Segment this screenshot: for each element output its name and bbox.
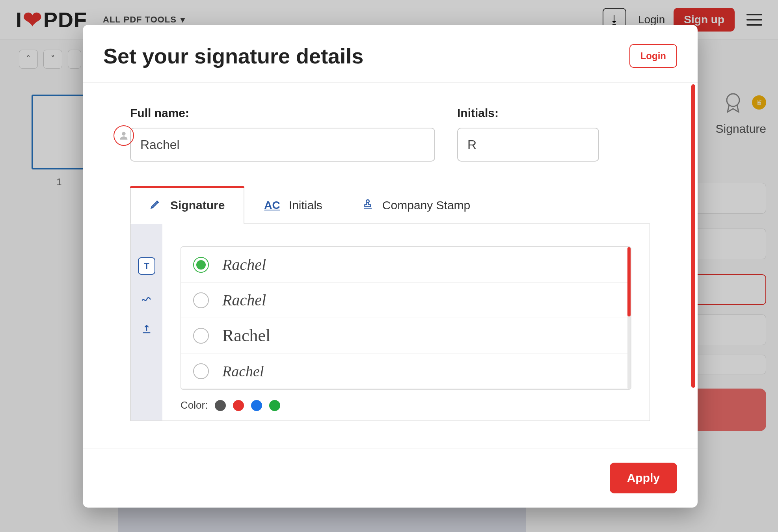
radio-unselected[interactable]: [193, 328, 209, 344]
initials-field-block: Initials:: [457, 106, 599, 162]
font-preview-3: Rachel: [222, 326, 270, 346]
fullname-field-block: Full name:: [130, 106, 435, 162]
tab-initials[interactable]: AC Initials: [244, 186, 342, 223]
tab-signature[interactable]: Signature: [130, 186, 244, 224]
font-option-4[interactable]: Rachel: [181, 353, 631, 389]
signature-tabs: Signature AC Initials Company Stamp: [130, 186, 650, 224]
font-option-1[interactable]: Rachel: [181, 247, 631, 283]
radio-selected[interactable]: [193, 257, 209, 273]
initials-input[interactable]: [457, 128, 599, 162]
text-mode-button[interactable]: T: [138, 257, 155, 275]
modal-footer: Apply: [83, 448, 698, 508]
font-option-3[interactable]: Rachel: [181, 318, 631, 353]
color-label: Color:: [181, 399, 208, 411]
modal-body: Full name: Initials: Signature AC Initia…: [83, 83, 698, 448]
svg-point-2: [366, 200, 369, 203]
color-swatch-red[interactable]: [233, 400, 244, 411]
color-swatch-green[interactable]: [269, 400, 280, 411]
avatar-icon: [114, 125, 134, 146]
radio-unselected[interactable]: [193, 292, 209, 308]
color-swatch-blue[interactable]: [251, 400, 262, 411]
modal-login-button[interactable]: Login: [629, 44, 677, 68]
color-swatch-grey[interactable]: [215, 400, 226, 411]
signature-style-panel: T Rachel Rache: [130, 224, 650, 421]
font-preview-4: Rachel: [222, 363, 264, 380]
apply-button[interactable]: Apply: [610, 463, 677, 493]
fullname-label: Full name:: [130, 106, 435, 120]
tab-initials-label: Initials: [289, 199, 322, 212]
tab-company-stamp-label: Company Stamp: [382, 199, 470, 212]
initials-ac-icon: AC: [264, 199, 280, 212]
font-options-panel: Rachel Rachel Rachel Rachel: [162, 224, 650, 420]
svg-point-1: [122, 132, 125, 136]
stamp-icon: [362, 198, 374, 212]
initials-label: Initials:: [457, 106, 599, 120]
font-option-2[interactable]: Rachel: [181, 283, 631, 318]
font-preview-2: Rachel: [222, 291, 266, 309]
modal-scrollbar[interactable]: [691, 84, 695, 388]
pen-icon: [150, 198, 162, 212]
font-preview-1: Rachel: [222, 255, 266, 274]
color-picker-row: Color:: [181, 399, 631, 411]
fullname-input[interactable]: [130, 128, 435, 162]
font-list[interactable]: Rachel Rachel Rachel Rachel: [181, 246, 631, 390]
signature-modal: Set your signature details Login Full na…: [83, 25, 698, 508]
draw-mode-button[interactable]: [138, 289, 155, 306]
signature-mode-sidebar: T: [131, 224, 162, 420]
font-list-scrollbar-thumb[interactable]: [627, 247, 631, 316]
tab-signature-label: Signature: [170, 199, 225, 212]
radio-unselected[interactable]: [193, 363, 209, 379]
upload-mode-button[interactable]: [138, 320, 155, 338]
tab-company-stamp[interactable]: Company Stamp: [342, 186, 490, 223]
modal-header: Set your signature details Login: [83, 25, 698, 83]
modal-title: Set your signature details: [103, 44, 363, 68]
